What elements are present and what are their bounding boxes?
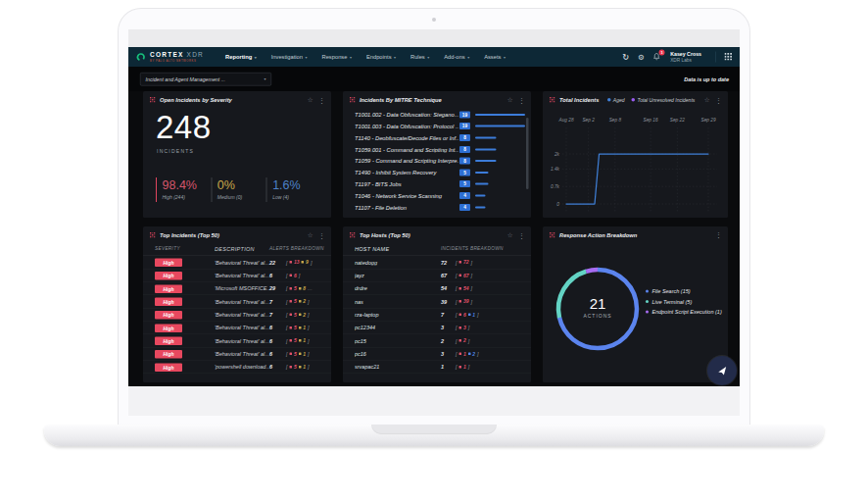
host-row[interactable]: rza-laptop7[61] — [343, 308, 531, 321]
breakdown-cell: [6] — [286, 273, 300, 278]
nav-menu-add-ons[interactable]: Add-ons▾ — [444, 54, 469, 60]
host-row[interactable]: pc163[12] — [343, 347, 531, 360]
nav-menu-reporting[interactable]: Reporting▾ — [225, 54, 257, 60]
chart-legend: AgedTotal Unresolved Incidents — [607, 97, 695, 103]
mitre-row[interactable]: T1046 - Network Service Scanning4 — [355, 190, 526, 202]
mitre-count-badge: 5 — [459, 180, 470, 187]
incident-count: 248 — [143, 107, 331, 143]
drag-handle-icon[interactable] — [150, 232, 156, 238]
mitre-row[interactable]: T1001.002 - Data Obfuscation: Stegano...… — [355, 109, 526, 121]
drag-handle-icon[interactable] — [550, 97, 555, 103]
breakdown-dot-yellow — [299, 287, 302, 290]
mitre-row[interactable]: T1059 - Command and Scripting Interpre..… — [355, 155, 526, 167]
mitre-technique-label: T1001.003 - Data Obfuscation: Protocol .… — [355, 124, 458, 129]
kebab-menu-icon[interactable]: ⋮ — [518, 96, 525, 103]
legend-dot — [646, 290, 649, 293]
refresh-icon[interactable]: ↻ — [622, 53, 629, 62]
star-icon[interactable]: ☆ — [704, 96, 710, 104]
bracket: [ — [456, 325, 458, 330]
mitre-technique-label: T1107 - File Deletion — [355, 204, 458, 210]
drag-handle-icon[interactable] — [350, 97, 356, 103]
mitre-row[interactable]: T1140 - Deobfuscate/Decode Files or Inf.… — [355, 132, 526, 144]
bracket: [ — [286, 337, 288, 343]
chat-fab-button[interactable] — [707, 356, 737, 385]
scrollbar[interactable] — [526, 118, 529, 189]
legend-item[interactable]: Aged — [607, 97, 625, 103]
legend-item[interactable]: Total Unresolved Incidents — [632, 97, 696, 103]
nav-menu-response[interactable]: Response▾ — [322, 54, 352, 60]
donut-legend-item[interactable]: File Search (15) — [646, 288, 722, 294]
drag-handle-icon[interactable] — [350, 232, 356, 238]
host-row[interactable]: natedogg72[72] — [343, 256, 531, 269]
mitre-count-badge: 8 — [459, 134, 470, 141]
mitre-count-badge: 5 — [459, 169, 470, 176]
top-hosts-table-body: natedogg72[72]jayz67[67]drdre54[54]nas39… — [343, 256, 531, 374]
drag-handle-icon[interactable] — [150, 97, 156, 103]
host-row[interactable]: nas39[39] — [343, 295, 531, 308]
kebab-menu-icon[interactable]: ⋮ — [318, 96, 325, 103]
user-menu[interactable]: Kasey Cross XDR Labs — [670, 51, 701, 63]
mitre-row[interactable]: T1490 - Inhibit System Recovery5 — [355, 167, 526, 178]
kebab-menu-icon[interactable]: ⋮ — [715, 231, 722, 238]
incident-row[interactable]: High'powershell download...6[51] — [143, 361, 331, 374]
severity-cell: High — [155, 349, 215, 359]
column-header: INCIDENTS BREAKDOWN — [441, 246, 504, 252]
incident-row[interactable]: High'Behavioral Threat' al...7[52] — [143, 295, 331, 308]
mitre-row[interactable]: T1197 - BITS Jobs5 — [355, 178, 526, 190]
alert-count-cell: 22 — [269, 259, 286, 265]
star-icon[interactable]: ☆ — [308, 231, 313, 239]
incident-row[interactable]: High'Behavioral Threat' al...6[51] — [143, 334, 331, 347]
chevron-down-icon: ▾ — [504, 55, 506, 60]
chevron-down-icon: ▾ — [264, 76, 265, 81]
host-row[interactable]: pc123443[3] — [343, 322, 531, 334]
panel-header: Top Incidents (Top 50) ☆ ⋮ — [143, 226, 331, 242]
drag-handle-icon[interactable] — [550, 232, 555, 238]
host-name-cell: drdre — [355, 285, 441, 291]
logo-byline: BY PALO ALTO NETWORKS — [150, 60, 204, 63]
kebab-menu-icon[interactable]: ⋮ — [518, 231, 525, 238]
host-row[interactable]: jayz67[67] — [343, 269, 531, 281]
incident-row[interactable]: High'Behavioral Threat' al...6[51] — [143, 322, 331, 334]
nav-menu-endpoints[interactable]: Endpoints▾ — [366, 54, 396, 60]
incident-count-cell: 54 — [441, 285, 456, 291]
kebab-menu-icon[interactable]: ⋮ — [318, 231, 325, 238]
nav-menu-rules[interactable]: Rules▾ — [410, 54, 429, 60]
panel-header: Top Hosts (Top 50) ☆ ⋮ — [343, 226, 531, 242]
mitre-bar — [475, 148, 496, 150]
nav-menu-investigation[interactable]: Investigation▾ — [271, 54, 308, 60]
svg-text:Sep 2: Sep 2 — [582, 118, 595, 123]
mitre-row[interactable]: T1001.003 - Data Obfuscation: Protocol .… — [355, 121, 526, 132]
panel-title: Total Incidents — [559, 97, 599, 103]
host-row[interactable]: drdre54[54] — [343, 282, 531, 295]
mitre-row[interactable]: T1059.001 - Command and Scripting Int...… — [355, 143, 526, 155]
apps-grid-icon — [725, 53, 733, 61]
column-header: DESCRIPTION — [215, 246, 269, 252]
star-icon[interactable]: ☆ — [507, 231, 513, 239]
donut-legend-item[interactable]: Live Terminal (5) — [646, 299, 722, 305]
incident-row[interactable]: High'Behavioral Threat' al...7[52] — [143, 308, 331, 321]
incident-row[interactable]: High'Behavioral Threat' al...6[51] — [143, 347, 331, 360]
incident-count-cell: 3 — [441, 325, 456, 330]
nav-menu-assets[interactable]: Assets▾ — [484, 54, 506, 60]
donut-legend-item[interactable]: Endpoint Script Execution (1) — [646, 309, 722, 315]
kebab-menu-icon[interactable]: ⋮ — [715, 96, 722, 103]
host-name-cell: rza-laptop — [355, 312, 441, 318]
severity-badge: High — [155, 272, 182, 280]
dashboard-toolbar: Incident and Agent Management ... ▾ Data… — [128, 67, 740, 91]
nav-menu-label: Rules — [410, 54, 425, 60]
star-icon[interactable]: ☆ — [507, 96, 513, 104]
incident-row[interactable]: High'Behavioral Threat' al...22[139] — [143, 256, 331, 269]
dashboard-selector-dropdown[interactable]: Incident and Agent Management ... ▾ — [140, 73, 271, 86]
notifications-button[interactable]: 1 — [652, 53, 661, 62]
alert-count-cell: 7 — [269, 298, 286, 304]
host-row[interactable]: pc152[2] — [343, 334, 531, 347]
star-icon[interactable]: ☆ — [308, 96, 313, 104]
incident-row[interactable]: High'Behavioral Threat' al...6[6] — [143, 269, 331, 281]
mitre-row[interactable]: T1107 - File Deletion4 — [355, 201, 526, 213]
cortex-xdr-logo[interactable]: CORTEX XDR BY PALO ALTO NETWORKS — [136, 52, 204, 63]
host-row[interactable]: srvapac211[1] — [343, 361, 531, 374]
breakdown-value: 5 — [294, 364, 297, 370]
apps-grid-button[interactable] — [725, 53, 733, 61]
gear-icon[interactable]: ⚙ — [638, 53, 645, 61]
incident-row[interactable]: High'Microsoft MSOFFICE...29[58... — [143, 282, 331, 295]
